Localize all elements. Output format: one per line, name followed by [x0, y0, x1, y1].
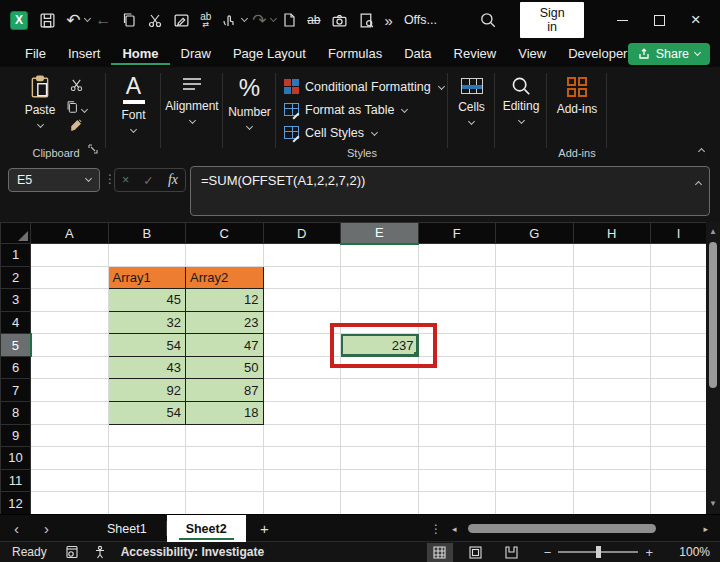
cell[interactable]	[496, 447, 574, 470]
col-header-I[interactable]: I	[651, 223, 707, 244]
zoom-out-button[interactable]: −	[537, 545, 559, 560]
page-layout-view-button[interactable]	[463, 543, 489, 562]
col-header-G[interactable]: G	[496, 223, 574, 244]
touch-mode-icon[interactable]	[221, 8, 237, 32]
sheet-tab-sheet2[interactable]: Sheet2	[167, 515, 246, 542]
cell[interactable]	[31, 244, 109, 267]
cell[interactable]	[573, 379, 651, 402]
cell[interactable]	[651, 469, 707, 492]
cell[interactable]	[418, 289, 496, 312]
cell[interactable]	[186, 447, 264, 470]
col-header-A[interactable]: A	[31, 223, 109, 244]
scroll-right-icon[interactable]: ▸	[703, 515, 708, 542]
cell[interactable]	[573, 289, 651, 312]
cell[interactable]	[263, 424, 341, 447]
conditional-formatting-button[interactable]: Conditional Formatting	[284, 75, 444, 98]
strikethrough-icon[interactable]: ab	[307, 8, 320, 32]
scroll-up-icon[interactable]: ▲	[706, 225, 720, 239]
cell[interactable]	[31, 402, 109, 425]
cell[interactable]	[31, 492, 109, 515]
cell-B5[interactable]: 54	[108, 334, 186, 357]
cell[interactable]	[31, 379, 109, 402]
cell[interactable]	[341, 266, 419, 289]
cell[interactable]	[651, 289, 707, 312]
cell[interactable]	[651, 311, 707, 334]
print-preview-icon[interactable]	[358, 8, 375, 32]
cell[interactable]	[108, 244, 186, 267]
formula-input[interactable]: =SUM(OFFSET(A1,2,2,7,2))	[190, 166, 710, 216]
row-header-12[interactable]: 12	[1, 492, 31, 515]
maximize-button[interactable]	[645, 7, 674, 33]
sign-in-button[interactable]: Sign in	[520, 2, 584, 38]
cell[interactable]	[496, 424, 574, 447]
cell[interactable]	[108, 447, 186, 470]
font-dropdown-icon[interactable]	[130, 126, 137, 133]
col-header-D[interactable]: D	[263, 223, 341, 244]
cut-button[interactable]	[69, 77, 84, 96]
cell[interactable]	[418, 469, 496, 492]
format-as-table-button[interactable]: Format as Table	[284, 98, 407, 121]
cell[interactable]	[573, 402, 651, 425]
cell[interactable]	[108, 469, 186, 492]
cell[interactable]	[341, 379, 419, 402]
paste-button[interactable]: Paste	[25, 75, 56, 137]
cell[interactable]	[31, 447, 109, 470]
row-header-5[interactable]: 5	[1, 334, 31, 357]
zoom-slider-thumb[interactable]	[596, 546, 601, 558]
cell[interactable]	[573, 492, 651, 515]
scroll-left-icon[interactable]: ◂	[452, 515, 457, 542]
row-header-4[interactable]: 4	[1, 311, 31, 334]
collapse-ribbon-icon[interactable]	[698, 148, 705, 155]
select-all-corner[interactable]	[1, 223, 31, 244]
cell-B4[interactable]: 32	[108, 311, 186, 334]
tab-review[interactable]: Review	[443, 42, 508, 66]
cell-C8[interactable]: 18	[186, 402, 264, 425]
tab-home[interactable]: Home	[111, 42, 169, 66]
cell[interactable]	[341, 244, 419, 267]
alignment-group-button[interactable]: Alignment	[161, 67, 223, 162]
new-file-icon[interactable]	[281, 8, 297, 32]
cell[interactable]	[263, 244, 341, 267]
cell[interactable]	[108, 492, 186, 515]
number-group-button[interactable]: % Number	[223, 67, 276, 162]
cell-B7[interactable]: 92	[108, 379, 186, 402]
cells-dropdown-icon[interactable]	[468, 118, 475, 125]
cell[interactable]	[186, 244, 264, 267]
cell[interactable]	[418, 447, 496, 470]
undo-icon[interactable]: ↶	[66, 8, 80, 32]
col-header-F[interactable]: F	[418, 223, 496, 244]
row-header-6[interactable]: 6	[1, 356, 31, 379]
cell[interactable]	[651, 244, 707, 267]
zoom-in-button[interactable]: +	[638, 545, 660, 560]
row-header-11[interactable]: 11	[1, 469, 31, 492]
cell[interactable]	[418, 402, 496, 425]
tab-overflow-icon[interactable]: ⋮	[430, 515, 442, 542]
new-sheet-button[interactable]: +	[248, 515, 281, 542]
cell[interactable]	[573, 334, 651, 357]
tab-view[interactable]: View	[507, 42, 557, 66]
cell[interactable]	[341, 447, 419, 470]
cell[interactable]	[496, 469, 574, 492]
col-header-B[interactable]: B	[108, 223, 186, 244]
cell[interactable]	[341, 492, 419, 515]
cell[interactable]	[108, 424, 186, 447]
cell[interactable]	[651, 447, 707, 470]
cell[interactable]	[341, 402, 419, 425]
copy-icon[interactable]	[121, 8, 137, 32]
name-box-dropdown-icon[interactable]	[85, 175, 92, 182]
tab-file[interactable]: File	[14, 42, 57, 66]
cell[interactable]	[573, 244, 651, 267]
insert-function-icon[interactable]: fx	[168, 172, 178, 188]
cell[interactable]	[263, 379, 341, 402]
cell[interactable]	[651, 356, 707, 379]
cell[interactable]	[573, 424, 651, 447]
cell[interactable]	[263, 492, 341, 515]
cell[interactable]	[31, 356, 109, 379]
replace-icon[interactable]: ab⇄	[200, 8, 211, 32]
accessibility-icon[interactable]	[93, 545, 107, 559]
page-break-preview-button[interactable]	[499, 543, 525, 562]
cell[interactable]	[496, 311, 574, 334]
paste-dropdown-icon[interactable]	[36, 121, 43, 128]
touch-mode-dropdown-icon[interactable]	[241, 15, 248, 22]
cell[interactable]	[31, 289, 109, 312]
